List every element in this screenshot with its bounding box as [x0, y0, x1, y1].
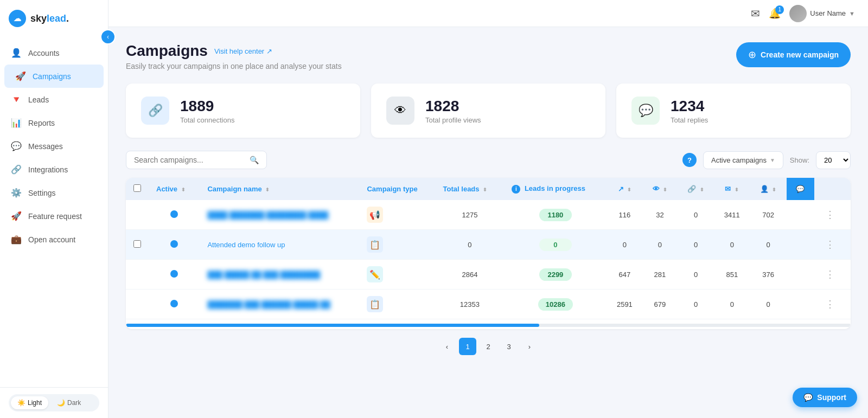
- sidebar-item-reports[interactable]: 📊 Reports: [0, 111, 108, 134]
- info-icon[interactable]: i: [512, 185, 520, 194]
- page-3-button[interactable]: 3: [500, 338, 518, 355]
- sidebar-item-label: Feature request: [28, 212, 82, 221]
- col6-header[interactable]: ↗ ⬍: [607, 178, 642, 200]
- filter-label: Active campaigns: [711, 156, 767, 164]
- integrations-icon: 🔗: [11, 164, 22, 175]
- accounts-icon: 👤: [11, 48, 22, 58]
- row2-actions: ⋮: [814, 230, 851, 260]
- campaigns-table: Active ⬍ Campaign name ⬍ Campaign type T…: [126, 178, 851, 319]
- select-all-checkbox[interactable]: [133, 184, 141, 192]
- row1-more-button[interactable]: ⋮: [822, 208, 838, 222]
- notification-badge: 1: [775, 5, 784, 14]
- campaign-name-link[interactable]: ████ ███████ ████████ ████: [207, 211, 328, 219]
- main-area: ✉ 🔔 1 User Name ▼ Campaigns Visit help c…: [108, 0, 868, 418]
- profile-views-number: 1828: [425, 98, 481, 115]
- light-theme-button[interactable]: ☀️ Light: [11, 396, 48, 409]
- row3-col7: 281: [642, 260, 677, 290]
- sidebar-item-leads[interactable]: 🔻 Leads: [0, 88, 108, 111]
- mail-icon[interactable]: ✉: [751, 7, 760, 20]
- row4-total-leads: 12353: [436, 290, 505, 319]
- row2-more-button[interactable]: ⋮: [822, 237, 838, 252]
- profile-views-stat-icon: 👁: [386, 97, 414, 125]
- next-page-button[interactable]: ›: [521, 338, 538, 355]
- active-sort-icon: ⬍: [181, 187, 186, 192]
- row4-more-button[interactable]: ⋮: [822, 297, 838, 311]
- row4-campaign-name: ███████ ███ ██████ █████ ██: [200, 290, 359, 319]
- sidebar-item-label: Reports: [28, 119, 55, 127]
- sidebar-item-feature-request[interactable]: 🚀 Feature request: [0, 204, 108, 228]
- table-row: ████ ███████ ████████ ████ 📢 1275 1180 1…: [126, 200, 851, 230]
- notification-bell[interactable]: 🔔 1: [769, 8, 781, 20]
- col10-sort-icon: ⬍: [772, 187, 776, 192]
- row4-active: [149, 290, 200, 319]
- support-label: Support: [817, 393, 846, 402]
- sidebar-item-messages[interactable]: 💬 Messages: [0, 134, 108, 158]
- row2-col6: 0: [607, 230, 642, 260]
- logo-text: skylead.: [30, 13, 69, 24]
- row4-checkbox-cell: [126, 290, 149, 319]
- row3-active: [149, 260, 200, 290]
- row4-col11: [787, 290, 814, 319]
- stat-card-connections: 🔗 1889 Total connections: [126, 83, 360, 138]
- campaign-name-column-header[interactable]: Campaign name ⬍: [200, 178, 359, 200]
- col10-header[interactable]: 👤 ⬍: [750, 178, 787, 200]
- row2-checkbox[interactable]: [133, 240, 141, 248]
- logo-area: ☁ skylead.: [0, 0, 108, 37]
- active-column-header[interactable]: Active ⬍: [149, 178, 200, 200]
- search-icon[interactable]: 🔍: [250, 156, 259, 164]
- avatar: [789, 5, 807, 22]
- row3-checkbox-cell: [126, 260, 149, 290]
- col7-header[interactable]: 👁 ⬍: [642, 178, 677, 200]
- content-area: Campaigns Visit help center ↗ Easily tra…: [108, 27, 868, 418]
- user-menu[interactable]: User Name ▼: [789, 5, 855, 22]
- row1-total-leads: 1275: [436, 200, 505, 230]
- toolbar-right: ? Active campaigns ▼ Show: 20 10 50 100: [682, 151, 851, 169]
- page-1-button[interactable]: 1: [459, 338, 476, 355]
- campaign-type-icon: 📋: [367, 236, 383, 253]
- visit-help-link[interactable]: Visit help center ↗: [214, 47, 272, 55]
- campaigns-table-wrap: Active ⬍ Campaign name ⬍ Campaign type T…: [126, 178, 851, 329]
- sidebar-item-accounts[interactable]: 👤 Accounts: [0, 41, 108, 65]
- prev-page-button[interactable]: ‹: [438, 338, 456, 355]
- search-input[interactable]: [134, 156, 245, 164]
- campaign-name-link[interactable]: ███ █████ ██ ███ ████████: [207, 271, 320, 279]
- leads-badge: 2299: [539, 268, 572, 281]
- col6-sort-icon: ⬍: [627, 187, 631, 192]
- sidebar-item-label: Settings: [28, 189, 56, 197]
- campaign-type-icon: ✏️: [367, 266, 383, 282]
- total-leads-column-header[interactable]: Total leads ⬍: [436, 178, 505, 200]
- col8-sort-icon: ⬍: [700, 187, 704, 192]
- campaign-name-link[interactable]: Attended demo follow up: [207, 241, 285, 249]
- row3-leads-in-progress: 2299: [504, 260, 607, 290]
- row3-actions: ⋮: [814, 260, 851, 290]
- row3-col9: 851: [714, 260, 750, 290]
- chevron-down-icon: ▼: [849, 10, 855, 17]
- replies-stat-info: 1234 Total replies: [671, 98, 708, 124]
- page-2-button[interactable]: 2: [480, 338, 497, 355]
- sidebar-item-campaigns[interactable]: 🚀 Campaigns: [4, 65, 104, 88]
- col8-header[interactable]: 🔗 ⬍: [678, 178, 714, 200]
- user-name: User Name: [810, 9, 846, 17]
- show-per-page-select[interactable]: 20 10 50 100: [816, 151, 851, 169]
- sidebar-collapse-button[interactable]: ‹: [100, 29, 116, 44]
- replies-stat-icon: 💬: [631, 97, 660, 125]
- page-title-text: Campaigns: [126, 42, 208, 60]
- row1-col9: 3411: [714, 200, 750, 230]
- sidebar-item-integrations[interactable]: 🔗 Integrations: [0, 158, 108, 181]
- create-campaign-button[interactable]: ⊕ Create new campaign: [736, 42, 851, 67]
- horizontal-scrollbar[interactable]: [126, 319, 851, 329]
- col9-header[interactable]: ✉ ⬍: [714, 178, 750, 200]
- campaign-name-link[interactable]: ███████ ███ ██████ █████ ██: [207, 300, 330, 308]
- campaign-filter-dropdown[interactable]: Active campaigns ▼: [703, 151, 783, 169]
- row1-campaign-type: 📢: [359, 200, 435, 230]
- row3-more-button[interactable]: ⋮: [822, 267, 838, 281]
- table-row: Attended demo follow up 📋 0 0 0 0 0 0: [126, 230, 851, 260]
- support-button[interactable]: 💬 Support: [793, 388, 857, 407]
- sidebar-item-open-account[interactable]: 💼 Open account: [0, 228, 108, 251]
- moon-icon: 🌙: [57, 399, 65, 407]
- scrollbar-thumb: [126, 324, 539, 327]
- sidebar-item-settings[interactable]: ⚙️ Settings: [0, 181, 108, 204]
- dark-theme-button[interactable]: 🌙 Dark: [50, 396, 87, 409]
- filter-chevron-icon: ▼: [770, 157, 775, 163]
- help-icon[interactable]: ?: [682, 153, 697, 167]
